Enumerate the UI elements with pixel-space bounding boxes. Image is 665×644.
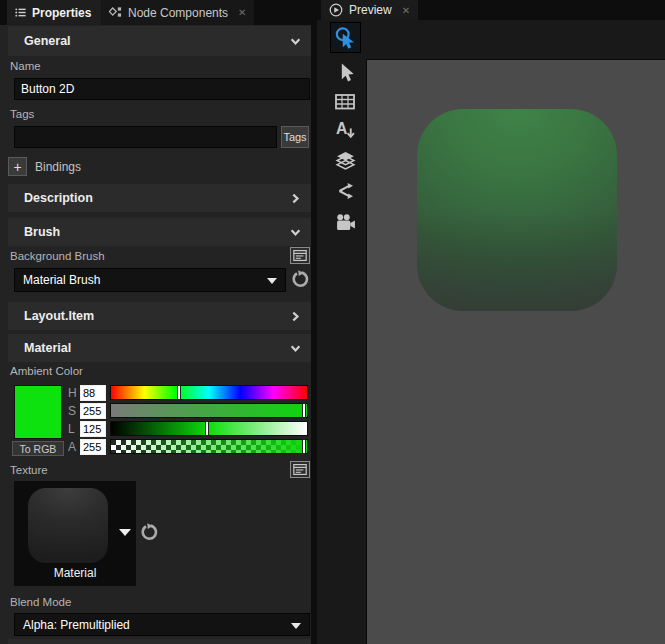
- texture-picker[interactable]: Material: [14, 481, 136, 586]
- section-general-title: General: [24, 34, 71, 48]
- chevron-down-icon: [290, 343, 301, 354]
- tab-properties-label: Properties: [32, 6, 91, 20]
- hue-value-input[interactable]: [80, 385, 106, 401]
- background-brush-value: Material Brush: [23, 273, 100, 287]
- lightness-slider-handle[interactable]: [205, 421, 209, 436]
- tab-node-components-close-icon[interactable]: ✕: [238, 7, 246, 18]
- reset-texture-icon[interactable]: [140, 523, 158, 541]
- chevron-down-icon: [290, 36, 301, 47]
- hue-slider[interactable]: [110, 385, 308, 400]
- next-section-partial: [8, 639, 311, 644]
- preview-button-2d[interactable]: [417, 109, 617, 311]
- section-layout-item-title: Layout.Item: [24, 309, 94, 323]
- node-components-icon: [109, 6, 122, 19]
- saturation-channel-row: S: [0, 403, 311, 420]
- layers-icon: [335, 151, 356, 170]
- section-material-title: Material: [24, 341, 71, 355]
- background-brush-label: Background Brush: [10, 250, 105, 262]
- open-texture-editor-button[interactable]: [290, 461, 310, 478]
- chevron-right-icon: [290, 311, 301, 322]
- properties-list-icon: [15, 7, 26, 18]
- lightness-slider[interactable]: [110, 421, 308, 436]
- editor-window-icon: [293, 464, 307, 475]
- camera-tool-button[interactable]: [333, 210, 357, 234]
- select-tool-button[interactable]: [333, 60, 357, 84]
- editor-window-icon: [293, 250, 307, 261]
- grid-icon: [335, 94, 355, 110]
- section-material[interactable]: Material: [8, 334, 311, 362]
- hue-label: H: [68, 386, 80, 400]
- open-brush-editor-button[interactable]: [290, 247, 310, 264]
- name-input[interactable]: [14, 78, 310, 100]
- select-cursor-icon: [335, 62, 356, 83]
- bindings-label: Bindings: [35, 160, 81, 174]
- lightness-channel-row: L: [0, 421, 311, 438]
- camera-icon: [335, 213, 356, 232]
- chevron-down-icon: [290, 227, 301, 238]
- dropdown-arrow-icon: [267, 278, 277, 284]
- dropdown-arrow-icon: [291, 623, 301, 629]
- preview-play-icon: [329, 3, 343, 17]
- tags-button[interactable]: Tags: [281, 126, 309, 148]
- connect-tool-button[interactable]: [333, 179, 357, 203]
- preview-viewport[interactable]: [366, 59, 665, 644]
- text-tool-button[interactable]: A: [333, 117, 357, 141]
- interact-tool-button[interactable]: [330, 22, 361, 53]
- blend-mode-label: Blend Mode: [10, 596, 71, 608]
- alpha-slider[interactable]: [110, 439, 308, 454]
- saturation-slider-handle[interactable]: [302, 403, 306, 418]
- ambient-color-label: Ambient Color: [10, 365, 83, 377]
- text-tool-icon: A: [335, 119, 356, 140]
- lightness-value-input[interactable]: [80, 421, 106, 437]
- texture-dropdown-arrow-icon[interactable]: [119, 529, 131, 536]
- saturation-slider[interactable]: [110, 403, 308, 418]
- texture-thumbnail[interactable]: [28, 488, 108, 563]
- tab-node-components-label: Node Components: [128, 6, 228, 20]
- alpha-channel-row: A: [0, 439, 311, 456]
- texture-label: Texture: [10, 464, 48, 476]
- section-brush[interactable]: Brush: [8, 218, 311, 246]
- section-description-title: Description: [24, 191, 93, 205]
- tab-preview-close-icon[interactable]: ✕: [402, 5, 410, 16]
- tab-preview[interactable]: Preview ✕: [321, 0, 418, 20]
- section-general[interactable]: General: [8, 26, 311, 56]
- tab-preview-label: Preview: [349, 3, 392, 17]
- background-brush-dropdown[interactable]: Material Brush: [14, 268, 286, 292]
- svg-text:A: A: [336, 120, 347, 137]
- section-layout-item[interactable]: Layout.Item: [8, 302, 311, 330]
- interact-cursor-icon: [334, 26, 358, 50]
- grid-tool-button[interactable]: [333, 90, 357, 114]
- connect-split-icon: [335, 181, 355, 201]
- section-brush-title: Brush: [24, 225, 60, 239]
- blend-mode-value: Alpha: Premultiplied: [23, 618, 130, 632]
- tags-label: Tags: [10, 108, 34, 120]
- add-binding-button[interactable]: +: [8, 157, 27, 176]
- alpha-label: A: [68, 440, 80, 454]
- chevron-right-icon: [290, 193, 301, 204]
- name-label: Name: [10, 60, 41, 72]
- blend-mode-dropdown[interactable]: Alpha: Premultiplied: [14, 613, 310, 636]
- alpha-slider-handle[interactable]: [302, 439, 306, 454]
- texture-name: Material: [14, 566, 136, 580]
- lightness-label: L: [68, 422, 80, 436]
- tags-input[interactable]: [14, 126, 277, 148]
- hue-slider-handle[interactable]: [177, 385, 181, 400]
- section-description[interactable]: Description: [8, 184, 311, 212]
- saturation-value-input[interactable]: [80, 403, 106, 419]
- hue-channel-row: H: [0, 385, 311, 402]
- reset-brush-icon[interactable]: [291, 270, 309, 288]
- alpha-value-input[interactable]: [80, 439, 106, 455]
- layers-tool-button[interactable]: [333, 148, 357, 172]
- saturation-label: S: [68, 404, 80, 418]
- application-window: Properties ✕ Node Components ✕ General N…: [0, 0, 665, 644]
- tab-node-components[interactable]: Node Components ✕: [101, 0, 254, 25]
